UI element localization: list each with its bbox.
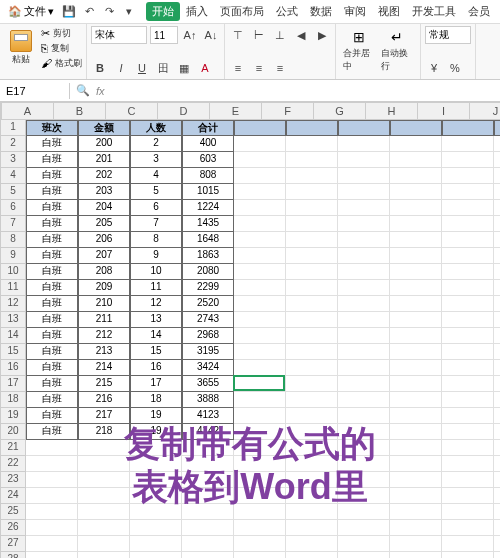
cell[interactable]	[286, 536, 338, 552]
cell[interactable]: 201	[78, 152, 130, 168]
cell[interactable]	[286, 552, 338, 558]
cell[interactable]	[130, 520, 182, 536]
cell[interactable]	[390, 344, 442, 360]
cell[interactable]: 3888	[182, 392, 234, 408]
row-header-10[interactable]: 10	[0, 264, 26, 280]
cell[interactable]	[442, 200, 494, 216]
cell[interactable]: 白班	[26, 216, 78, 232]
cell[interactable]	[442, 408, 494, 424]
cell[interactable]	[338, 264, 390, 280]
align-right-button[interactable]: ≡	[271, 59, 289, 77]
cell[interactable]	[442, 472, 494, 488]
cell[interactable]	[286, 312, 338, 328]
cell[interactable]: 4123	[182, 408, 234, 424]
cell[interactable]	[26, 488, 78, 504]
cell[interactable]	[390, 200, 442, 216]
fx-icon[interactable]: fx	[96, 85, 105, 97]
cell[interactable]	[442, 312, 494, 328]
cell[interactable]	[286, 152, 338, 168]
cell[interactable]	[338, 200, 390, 216]
cell[interactable]	[442, 152, 494, 168]
cell[interactable]: 205	[78, 216, 130, 232]
cell[interactable]: 合计	[182, 120, 234, 136]
cell[interactable]	[286, 328, 338, 344]
cell[interactable]	[78, 520, 130, 536]
row-header-4[interactable]: 4	[0, 168, 26, 184]
cell[interactable]	[442, 344, 494, 360]
cell[interactable]	[338, 408, 390, 424]
cell[interactable]	[338, 120, 390, 136]
indent-right-button[interactable]: ▶	[313, 26, 331, 44]
cell[interactable]	[494, 264, 500, 280]
cell[interactable]: 13	[130, 312, 182, 328]
cell[interactable]	[338, 392, 390, 408]
align-bottom-button[interactable]: ⊥	[271, 26, 289, 44]
cell[interactable]: 6	[130, 200, 182, 216]
col-header-I[interactable]: I	[418, 102, 470, 120]
cell[interactable]	[234, 120, 286, 136]
cell[interactable]	[234, 424, 286, 440]
cell[interactable]: 白班	[26, 264, 78, 280]
cell[interactable]: 16	[130, 360, 182, 376]
cell[interactable]: 白班	[26, 152, 78, 168]
cell[interactable]	[234, 408, 286, 424]
cell[interactable]	[390, 488, 442, 504]
cell[interactable]	[338, 504, 390, 520]
cell[interactable]	[494, 408, 500, 424]
cell[interactable]	[78, 472, 130, 488]
cell[interactable]	[494, 440, 500, 456]
cell[interactable]	[130, 536, 182, 552]
cell[interactable]	[494, 392, 500, 408]
cell[interactable]	[494, 472, 500, 488]
cell[interactable]	[442, 440, 494, 456]
cut-button[interactable]: ✂剪切	[41, 26, 82, 40]
row-header-22[interactable]: 22	[0, 456, 26, 472]
row-header-26[interactable]: 26	[0, 520, 26, 536]
border-button[interactable]: 田	[154, 59, 172, 77]
menu-tab-3[interactable]: 公式	[270, 2, 304, 21]
cell[interactable]	[26, 504, 78, 520]
cell[interactable]	[26, 552, 78, 558]
row-header-3[interactable]: 3	[0, 152, 26, 168]
cell[interactable]	[390, 440, 442, 456]
cell[interactable]	[442, 392, 494, 408]
cell[interactable]	[286, 184, 338, 200]
cell[interactable]	[494, 280, 500, 296]
cell[interactable]	[130, 552, 182, 558]
cell[interactable]	[442, 136, 494, 152]
cell[interactable]	[234, 472, 286, 488]
cell[interactable]	[338, 280, 390, 296]
cell[interactable]: 1015	[182, 184, 234, 200]
currency-button[interactable]: ¥	[425, 59, 443, 77]
cell[interactable]	[286, 264, 338, 280]
fill-color-button[interactable]: ▦	[175, 59, 193, 77]
cell[interactable]	[234, 520, 286, 536]
cell[interactable]: 215	[78, 376, 130, 392]
cell[interactable]	[286, 376, 338, 392]
col-header-G[interactable]: G	[314, 102, 366, 120]
cell[interactable]: 白班	[26, 280, 78, 296]
cell[interactable]	[442, 424, 494, 440]
cell[interactable]	[26, 472, 78, 488]
cell[interactable]	[390, 152, 442, 168]
cell[interactable]: 1648	[182, 232, 234, 248]
cell[interactable]	[494, 552, 500, 558]
cell[interactable]: 14	[130, 328, 182, 344]
cell[interactable]	[286, 360, 338, 376]
save-icon[interactable]: 💾	[60, 3, 78, 21]
cell[interactable]	[234, 136, 286, 152]
cell[interactable]: 4	[130, 168, 182, 184]
cell[interactable]	[390, 552, 442, 558]
cell[interactable]	[442, 376, 494, 392]
cell[interactable]: 白班	[26, 392, 78, 408]
cell[interactable]	[182, 488, 234, 504]
cell[interactable]	[286, 472, 338, 488]
cell[interactable]	[78, 440, 130, 456]
cell[interactable]	[442, 552, 494, 558]
menu-tab-8[interactable]: 会员	[462, 2, 496, 21]
cell[interactable]: 213	[78, 344, 130, 360]
cell[interactable]: 3424	[182, 360, 234, 376]
cell[interactable]	[26, 520, 78, 536]
cell[interactable]: 白班	[26, 184, 78, 200]
merge-center-button[interactable]: ⊞ 合并居中	[340, 26, 378, 77]
